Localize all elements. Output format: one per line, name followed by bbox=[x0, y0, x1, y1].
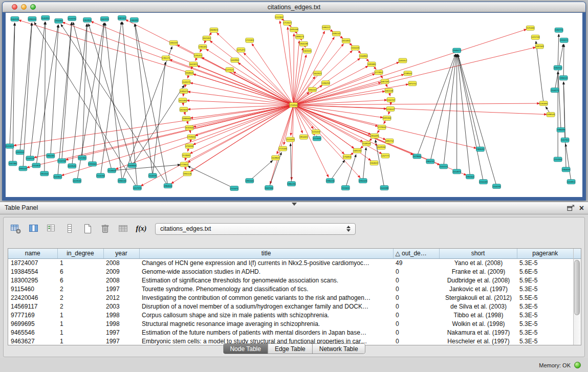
graph-node[interactable]: 2118843 bbox=[107, 168, 116, 173]
graph-node[interactable]: 1869823 bbox=[210, 28, 219, 32]
table-selector[interactable]: citations_edges.txt bbox=[155, 223, 356, 235]
cell-short[interactable]: Tibbo et al. (1998) bbox=[439, 311, 517, 319]
cell-short[interactable]: Franke et al. (2009) bbox=[439, 267, 517, 276]
table-row[interactable]: 2242004622012Investigating the contribut… bbox=[8, 293, 573, 302]
graph-node[interactable]: 2104595 bbox=[148, 173, 157, 178]
cell-pagerank[interactable]: 5.9E-5 bbox=[517, 276, 573, 285]
cell-name[interactable]: 18300295 bbox=[8, 276, 57, 285]
graph-node[interactable]: 1275470 bbox=[237, 48, 246, 52]
cell-name[interactable]: 19384554 bbox=[8, 267, 57, 276]
graph-node[interactable]: 2021362 bbox=[78, 156, 87, 160]
graph-node[interactable]: 2105159 bbox=[440, 164, 448, 169]
cell-name[interactable]: 18724007 bbox=[8, 258, 57, 267]
graph-node[interactable]: 2056069 bbox=[480, 180, 488, 184]
cell-short[interactable]: Jankovic et al. (1997) bbox=[439, 285, 517, 293]
window-titlebar[interactable]: citations_edges.txt bbox=[3, 2, 585, 12]
cell-title[interactable]: Structural magnetic resonance image aver… bbox=[139, 319, 393, 328]
cell-in_degree[interactable]: 1 bbox=[57, 258, 103, 267]
cell-year[interactable]: 2009 bbox=[103, 267, 139, 276]
cell-pagerank[interactable]: 5.3E-5 bbox=[517, 337, 573, 345]
cell-title[interactable]: Estimation of significance thresholds fo… bbox=[139, 276, 393, 285]
graph-node[interactable]: 1548549 bbox=[362, 141, 371, 146]
graph-node[interactable]: 1696142 bbox=[332, 31, 341, 36]
graph-node[interactable]: 1984606 bbox=[164, 184, 172, 188]
graph-node[interactable]: 1993342 bbox=[89, 162, 97, 166]
graph-node[interactable]: 1207771 bbox=[381, 154, 390, 158]
column-header-1[interactable]: in_degree bbox=[57, 249, 103, 258]
cell-out_degree[interactable]: 0 bbox=[393, 285, 439, 293]
cell-name[interactable]: 9463627 bbox=[8, 337, 57, 345]
cell-title[interactable]: Tourette syndrome. Phenomenology and cla… bbox=[139, 285, 393, 293]
graph-node[interactable]: 1596259 bbox=[321, 81, 330, 85]
graph-node[interactable]: 1996555 bbox=[28, 16, 37, 21]
cell-title[interactable]: Corpus callosum shape and size in male p… bbox=[139, 311, 393, 319]
graph-node[interactable]: 2092774 bbox=[555, 28, 563, 32]
graph-node[interactable]: 2043841 bbox=[54, 174, 62, 179]
float-panel-button[interactable] bbox=[567, 205, 575, 211]
graph-node[interactable]: 1564863 bbox=[359, 54, 368, 58]
graph-node[interactable]: 1277571 bbox=[226, 68, 234, 72]
cell-pagerank[interactable]: 5.3E-5 bbox=[517, 328, 573, 337]
close-panel-button[interactable]: × bbox=[579, 204, 584, 212]
graph-node[interactable]: 1695957 bbox=[399, 58, 407, 63]
graph-node[interactable]: 1097349 bbox=[535, 44, 544, 49]
graph-node[interactable]: 2079840 bbox=[413, 154, 422, 159]
cell-out_degree[interactable]: 0 bbox=[393, 302, 439, 311]
cell-pagerank[interactable]: 5.3E-5 bbox=[517, 285, 573, 293]
tab-node-table[interactable]: Node Table bbox=[223, 344, 268, 354]
graph-node[interactable]: 1815831 bbox=[342, 38, 351, 43]
graph-node[interactable]: 1992428 bbox=[359, 179, 367, 183]
graph-node[interactable]: 1875751 bbox=[408, 81, 417, 86]
graph-node[interactable]: 1695448 bbox=[290, 27, 299, 32]
graph-node[interactable]: 1854405 bbox=[299, 135, 308, 139]
cell-short[interactable]: Wolkin et al. (1998) bbox=[439, 319, 517, 328]
table-row[interactable]: 911546021997Tourette syndrome. Phenomeno… bbox=[8, 285, 573, 293]
cell-in_degree[interactable]: 6 bbox=[57, 276, 103, 285]
graph-node[interactable]: 1460243 bbox=[169, 40, 178, 45]
cell-year[interactable]: 2012 bbox=[103, 293, 139, 302]
graph-node[interactable]: 1986235 bbox=[288, 182, 296, 186]
cell-name[interactable]: 14569117 bbox=[8, 302, 57, 311]
cell-short[interactable]: Stergiakouli et al. (2012) bbox=[439, 293, 517, 302]
graph-node[interactable]: 1994395 bbox=[47, 154, 55, 158]
graph-node[interactable]: 1785185 bbox=[199, 45, 207, 49]
graph-node[interactable]: 1125440 bbox=[526, 26, 535, 30]
graph-node[interactable]: 2060552 bbox=[554, 65, 562, 70]
graph-node[interactable]: 1830241 bbox=[308, 87, 317, 92]
graph-node[interactable]: 1595895 bbox=[539, 101, 548, 106]
table-row[interactable]: 1938455462009Genome-wide association stu… bbox=[8, 267, 573, 276]
graph-node[interactable]: 1988460 bbox=[182, 116, 191, 121]
table-row[interactable]: 977716911998Corpus callosum shape and si… bbox=[8, 311, 573, 319]
row-tools-button[interactable] bbox=[62, 222, 77, 236]
column-header-4[interactable]: △ out_de… bbox=[393, 249, 439, 258]
graph-node[interactable]: 1322015 bbox=[303, 49, 312, 53]
graph-node[interactable]: 1512402 bbox=[275, 14, 284, 19]
graph-node[interactable]: 1995547 bbox=[19, 166, 28, 171]
graph-node[interactable]: 1988498 bbox=[557, 127, 565, 132]
graph-node[interactable]: 1900504 bbox=[40, 171, 49, 176]
graph-node[interactable]: 1756856 bbox=[343, 155, 352, 159]
graph-node[interactable]: 1649594 bbox=[377, 145, 386, 149]
graph-node[interactable]: 1984737 bbox=[426, 159, 435, 164]
graph-node[interactable]: 1988093 bbox=[476, 147, 485, 151]
cell-name[interactable]: 9699695 bbox=[8, 319, 57, 328]
cell-year[interactable]: 2003 bbox=[103, 302, 139, 311]
table-mode-button[interactable] bbox=[9, 222, 23, 236]
graph-node[interactable]: 2115675 bbox=[230, 186, 239, 191]
network-canvas[interactable]: 1724940186982316014021785185129145116418… bbox=[6, 13, 582, 197]
cell-pagerank[interactable]: 5.3E-5 bbox=[517, 258, 573, 267]
cell-in_degree[interactable]: 1 bbox=[57, 328, 103, 337]
table-row[interactable]: 946554611997Estimation of the future num… bbox=[8, 328, 573, 337]
graph-node[interactable]: 1933221 bbox=[560, 38, 569, 42]
graph-node[interactable]: 2104124 bbox=[26, 156, 35, 161]
column-header-6[interactable]: pagerank bbox=[517, 249, 573, 258]
cell-name[interactable]: 9465546 bbox=[8, 328, 57, 337]
graph-node[interactable]: 2019532 bbox=[73, 179, 82, 183]
panel-resize-handle[interactable] bbox=[292, 203, 297, 206]
graph-node[interactable]: 1604622 bbox=[370, 161, 379, 165]
create-column-button[interactable] bbox=[45, 222, 59, 236]
cell-out_degree[interactable]: 0 bbox=[393, 319, 439, 328]
graph-node[interactable]: 2110334 bbox=[554, 157, 562, 162]
cell-year[interactable]: 2008 bbox=[103, 276, 139, 285]
cell-year[interactable]: 1997 bbox=[103, 328, 139, 337]
